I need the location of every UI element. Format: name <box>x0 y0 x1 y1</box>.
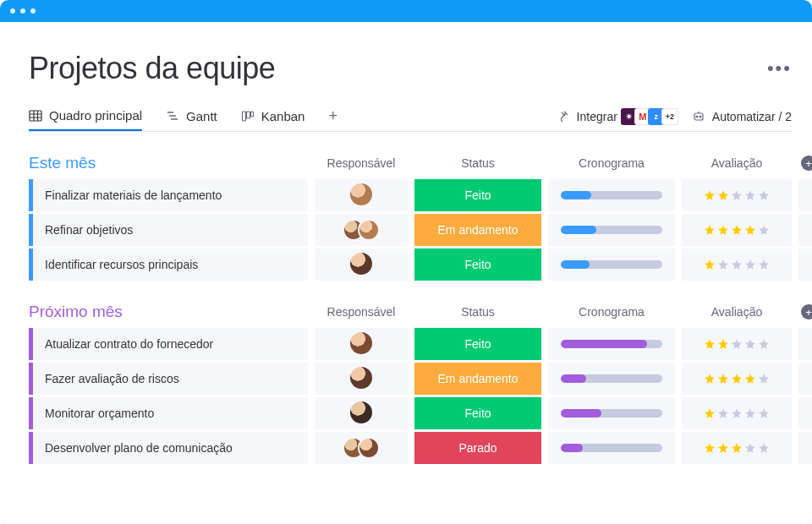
task-name-cell[interactable]: Atualizar contrato do fornecedor <box>29 328 308 360</box>
timeline-cell[interactable] <box>548 397 675 429</box>
status-cell[interactable]: Feito <box>414 179 541 211</box>
svg-rect-0 <box>30 111 41 121</box>
status-cell[interactable]: Parado <box>414 432 541 464</box>
column-header-rating[interactable]: Avaliação <box>682 305 792 319</box>
group: Este mês Responsável Status Cronograma A… <box>29 154 792 281</box>
star-icon <box>717 338 729 350</box>
star-icon <box>758 407 770 419</box>
svg-rect-9 <box>246 112 250 118</box>
task-name-cell[interactable]: Monitorar orçamento <box>29 397 308 429</box>
tab-kanban[interactable]: Kanban <box>241 101 305 131</box>
timeline-cell[interactable] <box>548 248 675 281</box>
star-icon <box>758 224 770 236</box>
plus-icon: + <box>801 304 812 319</box>
status-cell[interactable]: Em andamento <box>414 363 541 395</box>
timeline-bar <box>561 374 662 383</box>
status-cell[interactable]: Feito <box>414 397 541 429</box>
star-icon <box>704 407 716 419</box>
avatar <box>350 253 372 275</box>
column-header-owner[interactable]: Responsável <box>315 305 408 319</box>
add-column-button[interactable]: + <box>798 304 812 319</box>
status-cell[interactable]: Feito <box>414 248 541 281</box>
owner-cell[interactable] <box>315 432 408 464</box>
automate-button[interactable]: Automatizar / 2 <box>692 110 792 123</box>
rating-cell[interactable] <box>682 432 792 464</box>
timeline-cell[interactable] <box>548 214 675 246</box>
table-row[interactable]: Atualizar contrato do fornecedorFeito <box>29 328 792 360</box>
task-name-cell[interactable]: Refinar objetivos <box>29 214 308 246</box>
timeline-cell[interactable] <box>548 179 675 211</box>
tab-label: Kanban <box>261 109 305 123</box>
star-icon <box>717 259 729 270</box>
table-row[interactable]: Identificar recursos principaisFeito <box>29 248 792 281</box>
star-icon <box>744 338 756 350</box>
task-name-cell[interactable]: Finalizar materiais de lançamento <box>29 179 308 211</box>
header-row: Projetos da equipe ••• <box>29 51 792 86</box>
star-icon <box>758 373 770 385</box>
table-row[interactable]: Monitorar orçamentoFeito <box>29 397 792 429</box>
column-header-status[interactable]: Status <box>414 156 541 170</box>
task-name-cell[interactable]: Identificar recursos principais <box>29 248 308 281</box>
owner-cell[interactable] <box>315 179 408 211</box>
column-header-timeline[interactable]: Cronograma <box>548 305 675 319</box>
group-title[interactable]: Este mês <box>29 154 308 172</box>
star-icon <box>731 224 743 236</box>
table-row[interactable]: Refinar objetivosEm andamento <box>29 214 792 246</box>
timeline-cell[interactable] <box>548 363 675 395</box>
column-header-owner[interactable]: Responsável <box>315 156 408 170</box>
timeline-bar <box>561 191 662 199</box>
star-icon <box>744 259 756 270</box>
rating-cell[interactable] <box>682 397 792 429</box>
rating-cell[interactable] <box>682 328 792 360</box>
svg-rect-8 <box>242 112 245 121</box>
owner-cell[interactable] <box>315 397 408 429</box>
star-icon <box>744 442 756 454</box>
column-header-status[interactable]: Status <box>414 305 541 319</box>
app-window: Projetos da equipe ••• Quadro principal <box>0 0 812 524</box>
owner-cell[interactable] <box>315 363 408 395</box>
timeline-bar <box>561 409 662 418</box>
task-name-cell[interactable]: Desenvolver plano de comunicação <box>29 432 308 464</box>
trailing-cell <box>798 363 812 395</box>
star-icon <box>758 338 770 350</box>
tab-label: Gantt <box>186 109 217 123</box>
rating-cell[interactable] <box>682 179 792 211</box>
integrate-button[interactable]: Integrar ✴ M z +2 <box>557 108 678 125</box>
column-header-rating[interactable]: Avaliação <box>682 156 792 170</box>
star-icon <box>744 189 756 201</box>
table-row[interactable]: Desenvolver plano de comunicaçãoParado <box>29 432 792 464</box>
avatar <box>358 219 380 241</box>
owner-cell[interactable] <box>315 328 408 360</box>
timeline-cell[interactable] <box>548 432 675 464</box>
star-icon <box>731 407 743 419</box>
window-dot <box>20 8 25 14</box>
star-icon <box>704 442 716 454</box>
status-cell[interactable]: Feito <box>414 328 541 360</box>
rating-cell[interactable] <box>682 363 792 395</box>
star-icon <box>704 189 716 201</box>
status-cell[interactable]: Em andamento <box>414 214 541 246</box>
star-icon <box>744 373 756 385</box>
timeline-cell[interactable] <box>548 328 675 360</box>
task-name-cell[interactable]: Fazer avaliação de riscos <box>29 363 308 395</box>
more-menu-button[interactable]: ••• <box>767 57 792 79</box>
svg-point-12 <box>696 116 698 117</box>
table-row[interactable]: Finalizar materiais de lançamentoFeito <box>29 179 792 211</box>
rating-cell[interactable] <box>682 248 792 281</box>
tab-main-table[interactable]: Quadro principal <box>29 101 142 131</box>
rating-cell[interactable] <box>682 214 792 246</box>
group-title[interactable]: Próximo mês <box>29 303 308 321</box>
kanban-icon <box>241 110 255 123</box>
star-icon <box>717 407 729 419</box>
add-column-button[interactable]: + <box>798 156 812 171</box>
column-header-timeline[interactable]: Cronograma <box>548 156 675 170</box>
table-row[interactable]: Fazer avaliação de riscosEm andamento <box>29 363 792 395</box>
add-view-button[interactable]: + <box>328 107 337 125</box>
groups-container: Este mês Responsável Status Cronograma A… <box>29 154 792 464</box>
trailing-cell <box>798 214 812 246</box>
owner-cell[interactable] <box>315 214 408 246</box>
gantt-icon <box>166 110 179 123</box>
tab-gantt[interactable]: Gantt <box>166 101 217 131</box>
owner-cell[interactable] <box>315 248 408 281</box>
star-icon <box>704 373 716 385</box>
